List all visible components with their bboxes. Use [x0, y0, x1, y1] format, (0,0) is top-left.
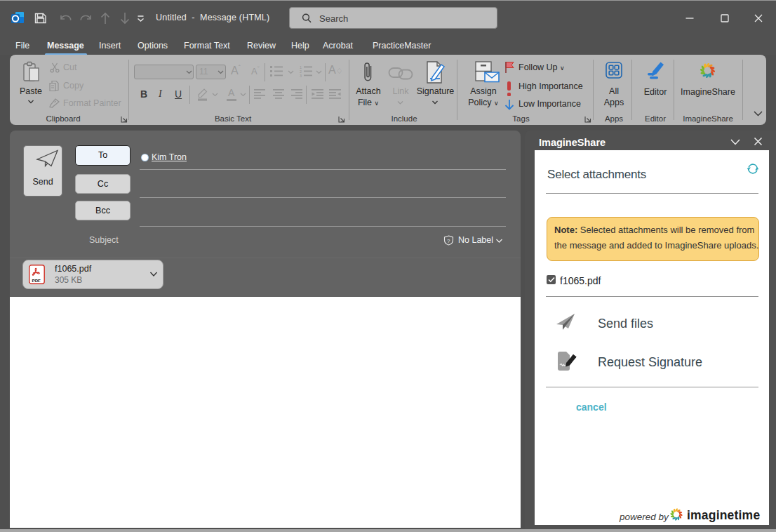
svg-text:3: 3 [300, 74, 302, 78]
svg-text:PDF: PDF [32, 278, 41, 283]
svg-text:?: ? [447, 238, 450, 244]
